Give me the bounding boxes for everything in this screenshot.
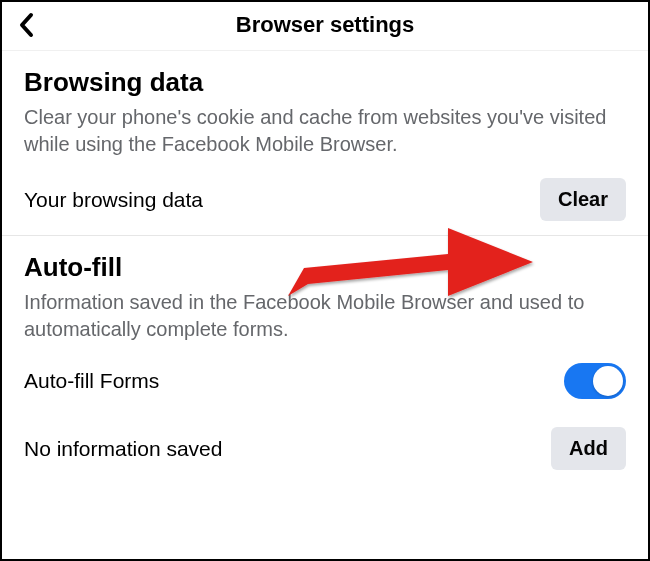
auto-fill-forms-label: Auto-fill Forms: [24, 369, 159, 393]
auto-fill-title: Auto-fill: [24, 252, 626, 283]
clear-button[interactable]: Clear: [540, 178, 626, 221]
auto-fill-forms-row: Auto-fill Forms: [2, 349, 648, 413]
no-info-label: No information saved: [24, 437, 222, 461]
auto-fill-description: Information saved in the Facebook Mobile…: [24, 289, 626, 343]
browsing-data-section: Browsing data Clear your phone's cookie …: [2, 51, 648, 158]
browsing-data-row: Your browsing data Clear: [2, 164, 648, 236]
header-bar: Browser settings: [2, 2, 648, 51]
toggle-knob: [593, 366, 623, 396]
browsing-data-title: Browsing data: [24, 67, 626, 98]
browsing-data-description: Clear your phone's cookie and cache from…: [24, 104, 626, 158]
auto-fill-section: Auto-fill Information saved in the Faceb…: [2, 236, 648, 343]
auto-fill-forms-toggle[interactable]: [564, 363, 626, 399]
browsing-data-label: Your browsing data: [24, 188, 203, 212]
back-icon[interactable]: [18, 12, 50, 38]
add-button[interactable]: Add: [551, 427, 626, 470]
page-title: Browser settings: [236, 12, 415, 38]
no-info-row: No information saved Add: [2, 413, 648, 484]
